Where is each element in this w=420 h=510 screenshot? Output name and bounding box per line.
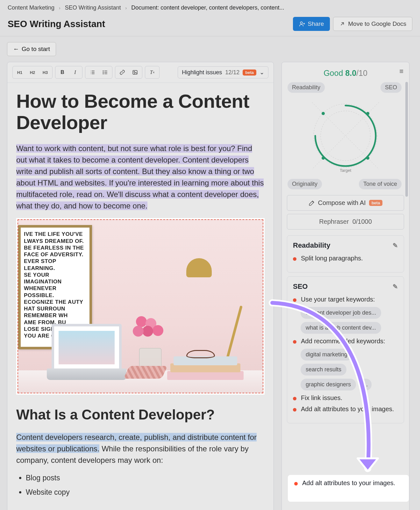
pill-originality[interactable]: Originality	[288, 179, 322, 189]
beta-badge: beta	[243, 69, 256, 76]
doc-h1: How to Become a Content Developer	[16, 91, 265, 133]
keyword-chip[interactable]: digital marketing	[301, 349, 352, 361]
ordered-list-button[interactable]	[86, 67, 98, 77]
list-item: Blog posts	[26, 472, 265, 484]
italic-button[interactable]: I	[69, 67, 81, 77]
heading1-button[interactable]: H1	[14, 67, 26, 77]
arrow-left-icon: ←	[13, 46, 19, 53]
radar-chart	[306, 96, 385, 176]
doc-h2: What Is a Content Developer?	[16, 404, 265, 425]
svg-point-12	[322, 157, 325, 160]
pill-readability[interactable]: Readability	[288, 82, 325, 93]
document-body[interactable]: How to Become a Content Developer Want t…	[7, 83, 274, 510]
overall-score: Good 8.0/10	[282, 67, 409, 82]
page-title: SEO Writing Assistant	[8, 19, 105, 29]
svg-point-0	[300, 22, 303, 24]
breadcrumb-current: Document: content developer, content dev…	[131, 4, 284, 11]
keyword-chip[interactable]: content developer job des...	[301, 307, 381, 319]
go-to-start-button[interactable]: ← Go to start	[7, 42, 56, 56]
readability-card: Readability✎ Split long paragraphs.	[287, 235, 404, 273]
svg-point-11	[366, 112, 369, 115]
user-plus-icon	[299, 21, 305, 27]
hamburger-icon[interactable]: ≡	[399, 67, 403, 76]
pill-tone[interactable]: Tone of voice	[359, 179, 402, 189]
svg-point-1	[103, 71, 103, 71]
svg-point-3	[103, 74, 103, 74]
doc-paragraph: Content developers research, create, pub…	[16, 432, 265, 466]
svg-point-2	[103, 72, 103, 73]
clear-format-button[interactable]: T×	[146, 67, 158, 77]
breadcrumb-level2[interactable]: SEO Writing Assistant	[65, 4, 121, 11]
breadcrumb: Content Marketing › SEO Writing Assistan…	[8, 3, 412, 15]
chevron-right-icon: ›	[125, 5, 127, 11]
doc-list: Blog posts Website copy	[16, 472, 265, 498]
seo-card: SEO✎ Use your target keywords: content d…	[287, 276, 404, 423]
chevron-right-icon: ›	[59, 5, 61, 11]
svg-point-13	[366, 157, 369, 160]
svg-point-10	[322, 112, 325, 115]
pill-seo[interactable]: SEO	[381, 82, 402, 93]
svg-rect-4	[133, 70, 137, 74]
keyword-more[interactable]: ...	[359, 379, 372, 390]
analysis-panel: ≡ Good 8.0/10 Readability SEO Originalit…	[281, 62, 409, 510]
highlighted-tip: Add alt attributes to your images.	[289, 476, 408, 500]
list-item: Website copy	[26, 487, 265, 498]
svg-point-5	[134, 71, 135, 72]
pencil-icon[interactable]: ✎	[393, 242, 398, 249]
keyword-chip[interactable]: search results	[301, 364, 346, 375]
move-gdocs-button[interactable]: Move to Google Docs	[333, 17, 412, 31]
pencil-icon[interactable]: ✎	[393, 283, 398, 290]
chevron-down-icon: ⌄	[260, 69, 264, 76]
tip-row[interactable]: Split long paragraphs.	[293, 255, 398, 262]
link-button[interactable]	[116, 67, 128, 77]
tip-row: Use your target keywords:	[293, 296, 398, 303]
export-icon	[339, 21, 345, 27]
heading2-button[interactable]: H2	[26, 67, 39, 77]
editor-panel: H1 H2 H3 B I T× Highlight issues	[7, 62, 274, 510]
rephraser-button[interactable]: Rephraser 0/1000	[287, 214, 404, 229]
doc-image-selected[interactable]: IVE THE LIFE YOU'VE LWAYS DREAMED OF. BE…	[16, 218, 265, 395]
tip-alt-attributes[interactable]: Add alt attributes to your images.	[293, 405, 398, 413]
tip-row: Add recommended keywords:	[293, 338, 398, 345]
share-button[interactable]: Share	[293, 17, 330, 31]
breadcrumb-level1[interactable]: Content Marketing	[8, 4, 54, 11]
unordered-list-button[interactable]	[99, 67, 111, 77]
doc-paragraph: Want to work with content, but not sure …	[16, 143, 265, 212]
wand-icon	[309, 200, 315, 206]
image-button[interactable]	[129, 67, 141, 77]
target-label: Target	[340, 168, 351, 173]
heading3-button[interactable]: H3	[39, 67, 51, 77]
bold-button[interactable]: B	[56, 67, 68, 77]
tip-row[interactable]: Fix link issues.	[293, 394, 398, 402]
highlight-issues-dropdown[interactable]: Highlight issues 12/12 beta ⌄	[178, 66, 268, 78]
beta-badge: beta	[369, 200, 383, 206]
keyword-chip[interactable]: graphic designers	[301, 379, 356, 390]
editor-toolbar: H1 H2 H3 B I T× Highlight issues	[7, 62, 274, 83]
compose-ai-button[interactable]: Compose with AI beta	[287, 195, 404, 211]
doc-image: IVE THE LIFE YOU'VE LWAYS DREAMED OF. BE…	[18, 220, 263, 393]
keyword-chip[interactable]: what is a web content dev...	[301, 322, 381, 334]
